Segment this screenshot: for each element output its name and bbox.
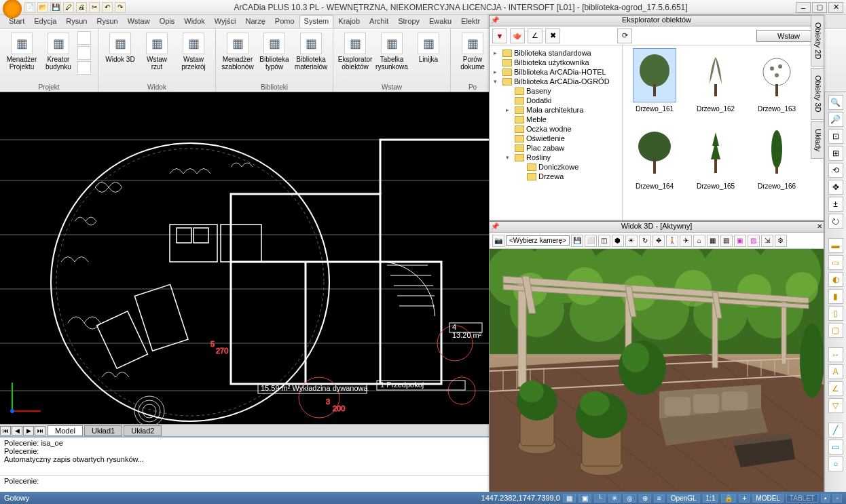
ribbon-button[interactable]: ▦Wstaw rzut bbox=[139, 31, 174, 82]
tree-node[interactable]: ▸Biblioteka standardowa bbox=[491, 48, 621, 58]
view3d-scene[interactable] bbox=[490, 249, 824, 492]
column-icon[interactable]: ▮ bbox=[828, 289, 843, 304]
tree-node[interactable]: ▸Mała architektura bbox=[491, 105, 621, 115]
zoom-prev-icon[interactable]: ⟲ bbox=[828, 163, 843, 178]
ribbon-button[interactable]: ▦Wstaw przekrój bbox=[176, 31, 211, 82]
home-icon[interactable]: ⌂ bbox=[693, 235, 705, 247]
fly-icon[interactable]: ✈ bbox=[680, 235, 692, 247]
ribbon-button[interactable]: ▦Tabelka rysunkowa bbox=[374, 31, 409, 82]
thumbnail-item[interactable]: Drzewo_161 bbox=[625, 48, 684, 123]
qat-save-icon[interactable]: 💾 bbox=[50, 2, 61, 13]
osnap-ortho-icon[interactable]: └ bbox=[594, 494, 606, 503]
ribbon-tab-wyjści[interactable]: Wyjści bbox=[210, 15, 241, 28]
tree-node[interactable]: ▾Rośliny bbox=[491, 153, 621, 162]
osnap-lwt-icon[interactable]: ≡ bbox=[654, 494, 665, 503]
tree-node[interactable]: ▸Bilblioteka ArCADia-HOTEL bbox=[491, 67, 621, 77]
tree-node[interactable]: Baseny bbox=[491, 86, 621, 96]
thumbnail-item[interactable]: Drzewo_164 bbox=[625, 125, 684, 200]
status-misc2-icon[interactable]: ▫ bbox=[832, 494, 842, 503]
sheet-nav-next-icon[interactable]: ▶ bbox=[23, 426, 34, 435]
filter-red-icon[interactable]: ▼ bbox=[492, 28, 507, 43]
orbit-icon[interactable]: ⭮ bbox=[828, 214, 843, 229]
expand-arrow-icon[interactable]: ▸ bbox=[494, 50, 500, 56]
orbit-icon[interactable]: ↻ bbox=[639, 235, 651, 247]
tree-node[interactable]: Oświetlenie bbox=[491, 134, 621, 143]
opening-icon[interactable]: ▯ bbox=[828, 306, 843, 321]
osnap-polar-icon[interactable]: ✳ bbox=[608, 494, 621, 503]
clip-icon[interactable]: ▦ bbox=[707, 235, 719, 247]
tree-node[interactable]: Dodatki bbox=[491, 96, 621, 105]
settings-icon[interactable]: ⚙ bbox=[775, 235, 787, 247]
library-tree[interactable]: ▸Biblioteka standardowaBilbioteka użytko… bbox=[490, 45, 623, 220]
pan-icon[interactable]: ✥ bbox=[652, 235, 665, 247]
thumbnail-item[interactable]: Drzewo_162 bbox=[686, 48, 745, 123]
teapot-icon[interactable]: 🫖 bbox=[510, 28, 525, 43]
render2-icon[interactable]: ▨ bbox=[748, 235, 760, 247]
sheet-nav-prev-icon[interactable]: ◀ bbox=[12, 426, 22, 435]
camera-select[interactable]: <Wybierz kamerę> bbox=[506, 235, 570, 246]
status-opengl[interactable]: OpenGL bbox=[667, 494, 700, 503]
view-front-icon[interactable]: ◫ bbox=[598, 235, 610, 247]
side-tab-layouts[interactable]: Układy bbox=[811, 121, 824, 159]
line-icon[interactable]: ╱ bbox=[828, 423, 843, 438]
tree-node[interactable]: Oczka wodne bbox=[491, 124, 621, 134]
ribbon-button[interactable]: ▦Porów dokume bbox=[455, 31, 490, 82]
app-logo-icon[interactable] bbox=[3, 0, 22, 18]
ribbon-tab-elektr[interactable]: Elektr bbox=[456, 15, 485, 28]
status-lock-icon[interactable]: 🔒 bbox=[721, 494, 736, 503]
ribbon-button[interactable]: ▦Biblioteka materiałów bbox=[293, 31, 329, 82]
thumbnail-item[interactable]: Drzewo_166 bbox=[748, 125, 806, 200]
sheet-nav-first-icon[interactable]: ⏮ bbox=[0, 426, 11, 435]
status-model[interactable]: MODEL bbox=[752, 494, 784, 503]
sheet-tab-layout2[interactable]: Układ2 bbox=[124, 425, 162, 436]
qat-new-icon[interactable]: 📄 bbox=[24, 2, 35, 13]
sheet-tab-model[interactable]: Model bbox=[48, 425, 83, 436]
qat-cut-icon[interactable]: ✂ bbox=[89, 2, 100, 13]
ribbon-tab-system[interactable]: System bbox=[299, 15, 334, 28]
zoom-in-icon[interactable]: 🔍 bbox=[828, 95, 843, 110]
ribbon-tab-rysun[interactable]: Rysun bbox=[92, 15, 122, 28]
ribbon-tab-widok[interactable]: Widok bbox=[179, 15, 210, 28]
level-icon[interactable]: ▽ bbox=[828, 398, 843, 413]
ribbon-tab-opis[interactable]: Opis bbox=[155, 15, 180, 28]
osnap-snap-icon[interactable]: ▣ bbox=[578, 494, 591, 503]
save-camera-icon[interactable]: 💾 bbox=[571, 235, 583, 247]
angle-icon[interactable]: ∠ bbox=[528, 28, 542, 43]
maximize-icon[interactable]: ▢ bbox=[812, 2, 827, 13]
tree-node[interactable]: Doniczkowe bbox=[491, 162, 621, 172]
tree-node[interactable]: Plac zabaw bbox=[491, 143, 621, 153]
ribbon-tab-ewaku[interactable]: Ewaku bbox=[424, 15, 456, 28]
camera-icon[interactable]: 📷 bbox=[492, 235, 504, 247]
tree-node[interactable]: Meble bbox=[491, 115, 621, 124]
status-scale[interactable]: 1:1 bbox=[703, 494, 719, 503]
osnap-grid-icon[interactable]: ▦ bbox=[563, 494, 576, 503]
expand-arrow-icon[interactable]: ▾ bbox=[506, 154, 513, 161]
tree-node[interactable]: ▾Bilblioteka ArCADia-OGRÓD bbox=[491, 77, 621, 86]
qat-plot-icon[interactable]: 🖊 bbox=[63, 2, 74, 13]
layers-icon[interactable]: ▤ bbox=[720, 235, 733, 247]
side-tab-2d[interactable]: Obiekty 2D bbox=[811, 15, 824, 66]
pan-icon[interactable]: ✥ bbox=[828, 180, 843, 195]
close-icon[interactable]: ✕ bbox=[828, 2, 843, 13]
expand-arrow-icon[interactable]: ▸ bbox=[494, 69, 500, 75]
pin-icon[interactable]: 📌 bbox=[491, 222, 499, 230]
expand-arrow-icon[interactable]: ▾ bbox=[494, 78, 500, 85]
small-btn-icon[interactable] bbox=[77, 31, 91, 45]
status-tablet[interactable]: TABLET bbox=[786, 494, 818, 503]
small-btn-icon[interactable] bbox=[77, 46, 91, 60]
panel-close-icon[interactable]: ✕ bbox=[817, 222, 822, 230]
render1-icon[interactable]: ▣ bbox=[734, 235, 746, 247]
qat-undo-icon[interactable]: ↶ bbox=[102, 2, 113, 13]
window-icon[interactable]: ▭ bbox=[828, 255, 843, 270]
rect-icon[interactable]: ▭ bbox=[828, 440, 843, 454]
ribbon-tab-wstaw[interactable]: Wstaw bbox=[123, 15, 155, 28]
sun-icon[interactable]: ☀ bbox=[625, 235, 638, 247]
osnap-esnap-icon[interactable]: ◎ bbox=[623, 494, 636, 503]
ribbon-button[interactable]: ▦Eksplorator obiektów bbox=[337, 31, 373, 82]
ribbon-button[interactable]: ▦Menadżer Projektu bbox=[4, 31, 39, 82]
ribbon-button[interactable]: ▦Biblioteka typów bbox=[257, 31, 292, 82]
zoom-realtime-icon[interactable]: ± bbox=[828, 197, 843, 212]
text-icon[interactable]: A bbox=[828, 364, 843, 379]
door-icon[interactable]: ◐ bbox=[828, 272, 843, 287]
tools-icon[interactable]: ✖ bbox=[545, 28, 560, 43]
